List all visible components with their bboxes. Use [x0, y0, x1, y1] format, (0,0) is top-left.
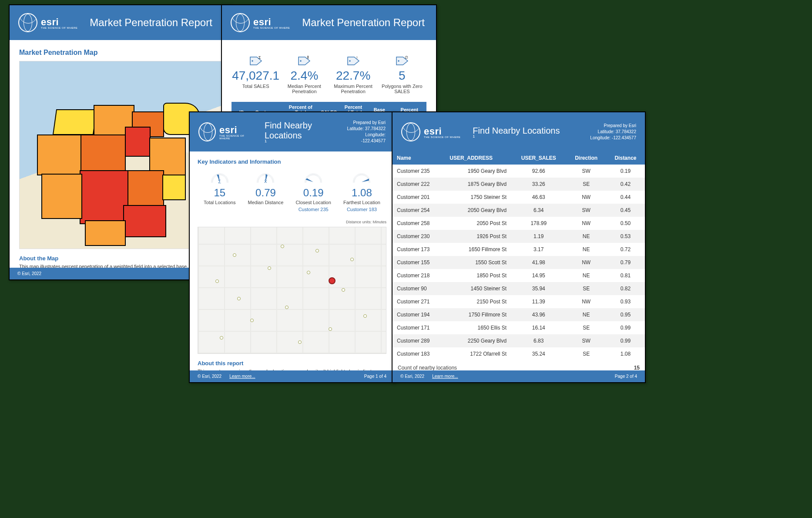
- cell: 35.24: [511, 347, 566, 360]
- svg-line-46: [268, 174, 269, 175]
- table-row: Customer 2351950 Geary Blvd92.66SW0.19: [393, 165, 645, 178]
- report-title: Market Penetration Report: [302, 17, 424, 29]
- page-footer: © Esri, 2022 Learn more... Page 2 of 4: [393, 370, 645, 382]
- svg-line-9: [211, 181, 213, 182]
- cell: 0.99: [606, 334, 645, 347]
- table-row: Customer 2011750 Steiner St46.63NW0.44: [393, 191, 645, 204]
- svg-line-62: [307, 176, 309, 177]
- cell: 1750 Steiner St: [445, 191, 511, 204]
- globe-icon: [18, 13, 37, 32]
- svg-line-49: [270, 176, 272, 177]
- table-row: Customer 1551550 Scott St41.98NW0.79: [393, 256, 645, 269]
- cell: 0.99: [606, 321, 645, 334]
- cell: Customer 230: [393, 230, 445, 243]
- learn-more-link[interactable]: Learn more...: [432, 374, 458, 379]
- svg-line-47: [269, 174, 270, 176]
- cell: 1.19: [511, 230, 566, 243]
- card-value: 15: [214, 187, 225, 199]
- table-row: Customer 1941750 Fillmore St43.96NE0.95: [393, 308, 645, 321]
- card-value: 5: [399, 69, 406, 83]
- table-row: Customer 2712150 Post St11.39NW0.93: [393, 295, 645, 308]
- page-header: esri THE SCIENCE OF WHERE Market Penetra…: [10, 5, 232, 40]
- cell: SW: [566, 334, 606, 347]
- svg-text:↑: ↑: [356, 56, 358, 60]
- cell: 92.66: [511, 165, 566, 178]
- cell: 0.81: [606, 269, 645, 282]
- learn-more-link[interactable]: Learn more...: [229, 374, 255, 379]
- table-row: Customer 2221875 Geary Blvd33.26SE0.42: [393, 178, 645, 191]
- svg-line-61: [306, 177, 308, 178]
- col-header: Distance: [606, 151, 645, 165]
- report-title: Find Nearby Locations: [265, 121, 344, 141]
- cell: 1950 Geary Blvd: [445, 165, 511, 178]
- svg-line-37: [259, 177, 261, 178]
- cell: 1926 Post St: [445, 230, 511, 243]
- svg-line-86: [356, 176, 357, 177]
- esri-logo: esri THE SCIENCE OF WHERE: [401, 122, 460, 141]
- cell: Customer 235: [393, 165, 445, 178]
- cell: SE: [566, 347, 606, 360]
- svg-line-73: [318, 176, 319, 177]
- cell: NE: [566, 308, 606, 321]
- cell: NE: [566, 269, 606, 282]
- cell: Customer 218: [393, 269, 445, 282]
- report-page-nearby-summary: esri THE SCIENCE OF WHERE Find Nearby Lo…: [189, 111, 395, 383]
- tag-icon: ∅: [395, 51, 409, 66]
- cell: 1650 Fillmore St: [445, 243, 511, 256]
- col-header: Name: [393, 151, 445, 165]
- cell: 2050 Post St: [445, 217, 511, 230]
- card-link[interactable]: Customer 235: [299, 207, 329, 212]
- cell: 178.99: [511, 217, 566, 230]
- card-link[interactable]: Customer 183: [347, 207, 377, 212]
- cell: NE: [566, 243, 606, 256]
- header-meta: Prepared by Esri Latitude: 37.784322 Lon…: [590, 123, 636, 141]
- cell: SE: [566, 178, 606, 191]
- cell: NW: [566, 217, 606, 230]
- table-row: Customer 2181850 Post St14.95NE0.81: [393, 269, 645, 282]
- gauge-icon: x̄: [255, 169, 276, 184]
- cell: 0.79: [606, 256, 645, 269]
- table-row: Customer 2582050 Post St178.99NW0.50: [393, 217, 645, 230]
- cell: SW: [566, 204, 606, 217]
- cell: 0.72: [606, 243, 645, 256]
- svg-line-11: [211, 178, 213, 179]
- svg-line-52: [272, 178, 274, 179]
- table-row: Customer 2301926 Post St1.19NE0.53: [393, 230, 645, 243]
- card-value: 22.7%: [336, 69, 370, 83]
- svg-point-0: [252, 60, 253, 61]
- cell: 0.50: [606, 217, 645, 230]
- cell: Customer 271: [393, 295, 445, 308]
- svg-text:Σ: Σ: [258, 56, 261, 60]
- cell: 11.39: [511, 295, 566, 308]
- cell: SW: [566, 165, 606, 178]
- count-value: 15: [634, 365, 640, 370]
- col-header: USER_ADDRESS: [445, 151, 511, 165]
- cell: 16.14: [511, 321, 566, 334]
- svg-line-26: [225, 177, 227, 178]
- cell: 1450 Steiner St: [445, 282, 511, 295]
- cell: 6.34: [511, 204, 566, 217]
- svg-line-94: [364, 174, 365, 175]
- longitude: Longitude: -122.434577: [590, 135, 636, 141]
- svg-line-24: [224, 175, 225, 177]
- svg-line-33: [257, 181, 259, 182]
- svg-line-29: [226, 180, 228, 180]
- table-row: Customer 2542050 Geary Blvd6.34SW0.45: [393, 204, 645, 217]
- svg-line-34: [257, 180, 259, 180]
- svg-line-13: [213, 177, 215, 178]
- brand-tagline: THE SCIENCE OF WHERE: [424, 136, 460, 138]
- svg-line-14: [214, 176, 215, 177]
- page-footer: © Esri, 2022 Learn more... Page 1 of 4: [190, 370, 394, 382]
- svg-line-85: [355, 177, 357, 178]
- svg-text:x̃: x̃: [307, 56, 309, 60]
- svg-line-30: [226, 181, 228, 182]
- globe-icon: [231, 13, 250, 32]
- cell: NW: [566, 191, 606, 204]
- svg-line-38: [260, 176, 261, 177]
- svg-line-88: [358, 174, 359, 176]
- longitude: Longitude: -122.434577: [344, 132, 386, 144]
- cell: Customer 254: [393, 204, 445, 217]
- svg-line-25: [224, 176, 225, 177]
- svg-line-70: [315, 174, 316, 175]
- svg-line-99: [368, 178, 369, 178]
